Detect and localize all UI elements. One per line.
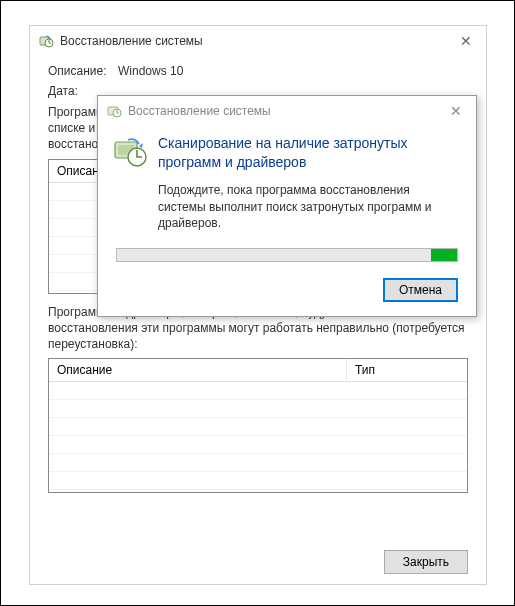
restore-large-icon <box>112 134 148 182</box>
close-button[interactable]: Закрыть <box>384 550 468 574</box>
outer-frame: Восстановление системы ✕ Описание: Windo… <box>0 0 515 606</box>
scan-dialog-titlebar: Восстановление системы ✕ <box>98 96 476 126</box>
scan-dialog-heading: Сканирование на наличие затронутых прогр… <box>158 134 458 172</box>
table-row <box>49 472 467 490</box>
scan-dialog-title: Восстановление системы <box>128 104 444 118</box>
restore-icon <box>38 33 54 49</box>
progress-fill <box>431 249 457 261</box>
table-row <box>49 400 467 418</box>
col-description-header[interactable]: Описание <box>49 359 347 381</box>
scan-dialog-text: Подождите, пока программа восстановления… <box>158 182 458 232</box>
main-window-title: Восстановление системы <box>60 34 454 48</box>
scan-dialog: Восстановление системы ✕ Сканирование на… <box>97 95 477 317</box>
cancel-button[interactable]: Отмена <box>383 278 458 302</box>
col-type-header[interactable]: Тип <box>347 359 467 381</box>
description-value: Windows 10 <box>118 64 468 78</box>
main-titlebar: Восстановление системы ✕ <box>30 26 486 56</box>
main-close-button[interactable]: ✕ <box>454 33 478 49</box>
table-row <box>49 382 467 400</box>
restored-programs-table: Описание Тип <box>48 358 468 493</box>
svg-marker-7 <box>139 143 143 148</box>
restore-icon <box>106 103 122 119</box>
progress-bar <box>116 248 458 262</box>
scan-dialog-body: Сканирование на наличие затронутых прогр… <box>98 126 476 316</box>
footer-buttons: Закрыть <box>384 550 468 574</box>
table-row <box>49 454 467 472</box>
table-row <box>49 436 467 454</box>
description-label: Описание: <box>48 64 118 78</box>
description-row: Описание: Windows 10 <box>48 64 468 78</box>
scan-dialog-close-button[interactable]: ✕ <box>444 103 468 119</box>
table-body <box>49 382 467 492</box>
scan-dialog-buttons: Отмена <box>112 278 458 302</box>
table-row <box>49 418 467 436</box>
table-header: Описание Тип <box>49 359 467 382</box>
